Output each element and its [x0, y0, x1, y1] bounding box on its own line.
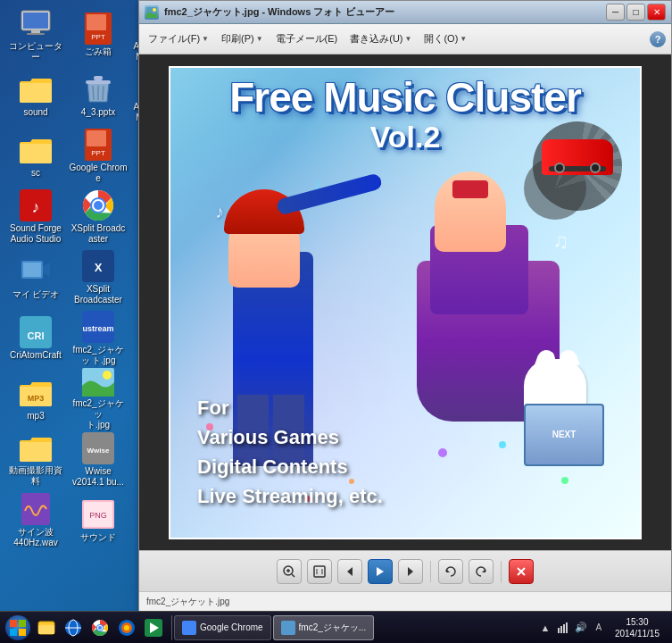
svg-point-33	[103, 371, 112, 380]
subtitle-line1: For	[197, 393, 383, 422]
chrome-label: XSplit Broadcaster	[69, 223, 128, 245]
subtitle-line3: Digital Contents	[197, 452, 383, 481]
desktop-icon-ustream[interactable]: ustream fmc2_ジャケッ ト.jpg	[67, 308, 129, 369]
photo-viewer-title: fmc2_ジャケット.jpg - Windows フォト ビューアー	[164, 5, 606, 19]
svg-marker-53	[377, 567, 384, 576]
desktop-icon-pptx-16[interactable]: PPT ごみ箱	[67, 4, 129, 65]
computer-icon-label: コンピューター	[6, 41, 65, 63]
svg-rect-17	[94, 76, 103, 80]
burn-menu[interactable]: 書き込み(U) ▼	[346, 30, 415, 47]
zoom-in-button[interactable]	[277, 559, 302, 584]
svg-line-20	[103, 86, 104, 100]
taskbar-pin-media[interactable]	[141, 615, 166, 640]
pptx-16-label: ごみ箱	[85, 46, 112, 57]
svg-point-67	[98, 626, 102, 630]
svg-text:PPT: PPT	[91, 149, 105, 157]
open-menu-arrow: ▼	[460, 35, 467, 43]
svg-text:CRI: CRI	[28, 330, 45, 341]
svg-marker-52	[347, 567, 353, 576]
desktop-icon-sound-forge[interactable]: ♪ Sound ForgeAudio Studio	[4, 187, 67, 247]
svg-marker-54	[408, 567, 413, 576]
xsplit-icon: X	[82, 250, 114, 282]
desktop-icon-my-video[interactable]: マイ ビデオ	[4, 247, 67, 308]
minimize-button[interactable]: ─	[606, 4, 625, 21]
png-label: サウンド	[80, 532, 116, 543]
confetti-7	[561, 477, 568, 484]
wwise-label: Wwisev2014.1 bu...	[72, 466, 124, 488]
desktop-icon-sc[interactable]: sc	[4, 126, 67, 187]
taskbar-pin-chrome[interactable]	[87, 615, 112, 640]
mp3-label: mp3	[27, 411, 44, 422]
girl-bow	[452, 180, 488, 198]
svg-rect-2	[31, 30, 40, 33]
file-menu[interactable]: ファイル(F) ▼	[145, 30, 212, 47]
email-menu[interactable]: 電子メール(E)	[272, 30, 342, 47]
delete-button[interactable]	[509, 559, 534, 584]
desktop-icon-wwise[interactable]: Wwise Wwisev2014.1 bu...	[67, 430, 129, 490]
taskbar-pin-ff[interactable]	[114, 615, 139, 640]
desktop-icon-png[interactable]: PNG サウンド	[67, 490, 129, 551]
desktop-icon-criatom[interactable]: CRI CriAtomCraft	[4, 308, 67, 369]
rotate-cw-button[interactable]	[469, 559, 494, 584]
toolbar-menu: ファイル(F) ▼ 印刷(P) ▼ 電子メール(E) 書き込み(U) ▼ 開く(…	[145, 30, 470, 47]
xsplit-label: XSplitBroadcaster	[74, 284, 122, 305]
desktop-icon-mp3[interactable]: MP3 mp3	[4, 369, 67, 430]
svg-rect-76	[566, 622, 568, 633]
desktop-icon-recycle[interactable]: 4_3.pptx	[67, 65, 129, 126]
png-icon: PNG	[82, 498, 114, 530]
controls-separator	[430, 561, 431, 582]
taskbar-photo-icon	[281, 621, 295, 635]
taskbar-pin-ie[interactable]	[61, 615, 86, 640]
desktop-icon-pptx-43[interactable]: PPT Google Chrome	[67, 126, 129, 187]
open-menu[interactable]: 開く(O) ▼	[420, 30, 470, 47]
album-subtitle-area: For Various Games Digital Contents Live …	[197, 393, 383, 511]
svg-marker-7	[43, 263, 50, 277]
desktop-icon-chrome[interactable]: XSplit Broadcaster	[67, 187, 129, 247]
print-menu-arrow: ▼	[256, 35, 263, 43]
fmc2-label: fmc2_ジャケット.jpg	[69, 398, 128, 430]
fit-to-window-button[interactable]	[307, 559, 332, 584]
wwise-icon: Wwise	[82, 432, 114, 464]
photo-viewer-app-icon	[145, 5, 159, 20]
maximize-button[interactable]: □	[626, 4, 645, 21]
taskbar-pin-explorer[interactable]	[34, 615, 59, 640]
svg-rect-3	[27, 33, 45, 35]
desktop-icon-fmc2[interactable]: fmc2_ジャケット.jpg	[67, 369, 129, 430]
photo-viewer-controls	[139, 550, 671, 591]
svg-rect-49	[314, 566, 325, 577]
desktop-icon-wave[interactable]: サイン波440Hz.wav	[4, 490, 67, 551]
taskbar-photo-label: fmc2_ジャケッ...	[299, 622, 367, 634]
subtitle-line4: Live Streaming, etc.	[197, 481, 383, 511]
criatom-icon: CRI	[20, 316, 52, 348]
taskbar-photo-item[interactable]: fmc2_ジャケッ...	[273, 615, 375, 640]
computer-icon	[20, 7, 52, 39]
tray-up-arrow[interactable]: ▲	[538, 621, 552, 635]
help-button[interactable]: ?	[650, 31, 666, 47]
desktop-icon-computer[interactable]: コンピューター	[4, 4, 67, 65]
desktop-icon-sound[interactable]: sound	[4, 65, 67, 126]
taskbar-clock[interactable]: 15:30 2014/11/15	[610, 616, 665, 639]
svg-rect-73	[558, 628, 560, 633]
start-button[interactable]	[5, 615, 30, 640]
next-label: NEXT	[552, 430, 577, 439]
taskbar-chrome-item[interactable]: Google Chrome	[174, 615, 271, 640]
sound-folder-label: sound	[23, 107, 47, 118]
tray-ime-icon[interactable]: A	[592, 621, 606, 635]
prev-button[interactable]	[337, 559, 362, 584]
svg-text:ustream: ustream	[82, 324, 113, 333]
slideshow-button[interactable]	[368, 559, 393, 584]
close-button[interactable]: ✕	[647, 4, 666, 21]
tray-sound-icon[interactable]: 🔊	[574, 621, 588, 635]
next-button[interactable]	[398, 559, 423, 584]
desktop-icon-xsplit[interactable]: X XSplitBroadcaster	[67, 247, 129, 308]
boy-arm	[276, 172, 384, 215]
chrome-icon	[82, 189, 114, 221]
wave-label: サイン波440Hz.wav	[13, 527, 57, 548]
taskbar-tray: ▲ 🔊 A 15:30 2014/11/15	[533, 616, 670, 639]
tray-network-icon[interactable]	[556, 621, 570, 635]
print-menu[interactable]: 印刷(P) ▼	[218, 30, 267, 47]
desktop-icon-douga[interactable]: 動画撮影用資料	[4, 430, 67, 490]
fmc2-jpg-icon	[82, 368, 114, 397]
rotate-ccw-button[interactable]	[438, 559, 463, 584]
sound-forge-label: Sound ForgeAudio Studio	[10, 223, 62, 245]
